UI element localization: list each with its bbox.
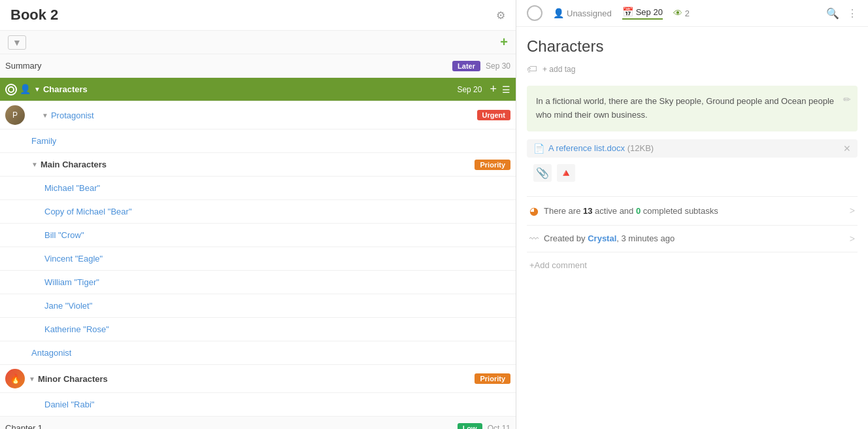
add-tag-button[interactable]: + add tag bbox=[542, 65, 575, 74]
minor-characters-collapse[interactable]: ▼ bbox=[29, 375, 35, 383]
bill-row[interactable]: Bill "Crow" bbox=[0, 224, 516, 247]
toolbar: ▼ + bbox=[0, 31, 516, 54]
task-status-circle[interactable] bbox=[527, 5, 542, 21]
tag-icon: 🏷 bbox=[527, 63, 537, 75]
assignee-section[interactable]: 👤 Unassigned bbox=[553, 8, 612, 18]
activity-text: Created by Crystal, 3 minutes ago bbox=[544, 233, 850, 243]
characters-status-circle[interactable] bbox=[5, 84, 17, 95]
assignee-label: Unassigned bbox=[567, 9, 612, 18]
left-panel: Book 2 ⚙ ▼ + Summary Later Sep 30 bbox=[0, 0, 516, 429]
right-content: Characters 🏷 + add tag In a fictional wo… bbox=[516, 27, 868, 288]
michael-row[interactable]: Michael "Bear" bbox=[0, 177, 516, 200]
right-header: 👤 Unassigned 📅 Sep 20 👁 2 🔍 ⋮ bbox=[516, 0, 868, 27]
main-characters-collapse[interactable]: ▼ bbox=[31, 161, 38, 168]
katherine-label: Katherine "Rose" bbox=[44, 324, 109, 334]
protagonist-collapse[interactable]: ▼ bbox=[42, 112, 48, 119]
task-date: Sep 20 bbox=[636, 7, 663, 17]
assignee-icon: 👤 bbox=[553, 8, 564, 18]
protagonist-badge: Urgent bbox=[477, 110, 510, 120]
attachment-actions: 📎 🔺 bbox=[527, 160, 858, 186]
right-panel: 👤 Unassigned 📅 Sep 20 👁 2 🔍 ⋮ Characters… bbox=[516, 0, 868, 429]
eye-icon: 👁 bbox=[673, 8, 682, 18]
subtask-chart-icon: ◕ bbox=[529, 205, 539, 217]
protagonist-avatar: P bbox=[5, 105, 25, 125]
subtasks-text: There are 13 active and 0 completed subt… bbox=[544, 206, 850, 216]
header-actions: 🔍 ⋮ bbox=[826, 7, 858, 20]
characters-settings-icon[interactable]: ☰ bbox=[502, 84, 510, 95]
vincent-label: Vincent "Eagle" bbox=[44, 254, 103, 264]
characters-group-row[interactable]: 👤 ▼ Characters Sep 20 + ☰ bbox=[0, 78, 516, 101]
characters-collapse-arrow[interactable]: ▼ bbox=[34, 86, 41, 93]
william-label: William "Tiger" bbox=[44, 277, 99, 287]
task-list: Summary Later Sep 30 👤 ▼ Characters Sep bbox=[0, 54, 516, 429]
description-edit-icon[interactable]: ✏ bbox=[843, 92, 851, 107]
activity-row[interactable]: 〰 Created by Crystal, 3 minutes ago > bbox=[527, 225, 858, 252]
svg-point-0 bbox=[8, 87, 14, 92]
attachment-file-icon: 📄 bbox=[533, 143, 544, 154]
subtasks-chevron-icon: > bbox=[850, 205, 855, 216]
more-options-icon[interactable]: ⋮ bbox=[847, 7, 858, 20]
chapter1-date: Oct 11 bbox=[488, 424, 510, 430]
summary-label: Summary bbox=[5, 61, 42, 71]
william-row[interactable]: William "Tiger" bbox=[0, 271, 516, 294]
calendar-icon: 📅 bbox=[622, 7, 633, 17]
bill-label: Bill "Crow" bbox=[44, 230, 84, 240]
jane-row[interactable]: Jane "Violet" bbox=[0, 294, 516, 318]
vincent-row[interactable]: Vincent "Eagle" bbox=[0, 247, 516, 271]
family-row[interactable]: Family bbox=[0, 129, 516, 153]
summary-row[interactable]: Summary Later Sep 30 bbox=[0, 54, 516, 78]
copy-michael-label: Copy of Michael "Bear" bbox=[44, 207, 132, 216]
chapter1-label: Chapter 1 bbox=[5, 423, 42, 429]
filter-icon[interactable]: ▼ bbox=[8, 35, 26, 50]
summary-date: Sep 30 bbox=[486, 61, 510, 71]
attachment-delete-button[interactable]: ✕ bbox=[843, 143, 851, 154]
page-title: Book 2 bbox=[10, 7, 58, 24]
settings-icon[interactable]: ⚙ bbox=[496, 9, 505, 22]
subtasks-row[interactable]: ◕ There are 13 active and 0 completed su… bbox=[527, 196, 858, 225]
watchers-section[interactable]: 👁 2 bbox=[673, 8, 690, 18]
protagonist-row[interactable]: P ▼ Protagonist Urgent bbox=[0, 101, 516, 129]
antagonist-row[interactable]: Antagonist bbox=[0, 341, 516, 365]
characters-date: Sep 20 bbox=[457, 85, 482, 94]
attach-file-button[interactable]: 📎 bbox=[533, 164, 552, 182]
add-comment-button[interactable]: +Add comment bbox=[527, 252, 858, 278]
jane-label: Jane "Violet" bbox=[44, 301, 92, 311]
add-task-button[interactable]: + bbox=[500, 35, 508, 50]
minor-characters-row[interactable]: 🔥 ▼ Minor Characters Priority bbox=[0, 365, 516, 393]
characters-label: Characters bbox=[43, 84, 88, 94]
chapter1-badge: Low bbox=[458, 423, 482, 430]
minor-characters-avatar: 🔥 bbox=[5, 369, 25, 388]
michael-label: Michael "Bear" bbox=[44, 183, 100, 193]
task-title: Characters bbox=[527, 37, 858, 56]
description-box: In a fictional world, there are the Sky … bbox=[527, 86, 858, 131]
attach-drive-button[interactable]: 🔺 bbox=[557, 164, 575, 182]
completed-count: 0 bbox=[636, 206, 641, 216]
katherine-row[interactable]: Katherine "Rose" bbox=[0, 318, 516, 341]
chapter1-row[interactable]: Chapter 1 Low Oct 11 bbox=[0, 417, 516, 429]
daniel-row[interactable]: Daniel "Rabi" bbox=[0, 393, 516, 417]
watchers-count: 2 bbox=[685, 9, 690, 18]
header: Book 2 ⚙ bbox=[0, 0, 516, 31]
main-characters-label: Main Characters bbox=[41, 160, 107, 169]
activity-chevron-icon: > bbox=[850, 233, 855, 244]
summary-badge: Later bbox=[452, 61, 480, 71]
daniel-label: Daniel "Rabi" bbox=[44, 400, 94, 409]
family-label: Family bbox=[31, 136, 56, 146]
minor-characters-label: Minor Characters bbox=[38, 374, 108, 384]
characters-add-icon[interactable]: + bbox=[490, 82, 497, 96]
characters-person-icon: 👤 bbox=[20, 84, 31, 95]
activity-icon: 〰 bbox=[529, 233, 539, 244]
date-section[interactable]: 📅 Sep 20 bbox=[622, 7, 663, 20]
antagonist-label: Antagonist bbox=[31, 348, 71, 358]
main-characters-row[interactable]: ▼ Main Characters Priority bbox=[0, 153, 516, 177]
tags-row: 🏷 + add tag bbox=[527, 63, 858, 75]
description-text: In a fictional world, there are the Sky … bbox=[536, 96, 834, 120]
active-count: 13 bbox=[583, 206, 592, 216]
activity-author: Crystal bbox=[588, 233, 616, 243]
search-icon[interactable]: 🔍 bbox=[826, 7, 839, 20]
minor-characters-badge: Priority bbox=[475, 373, 510, 384]
attachment-row: 📄 A reference list.docx (12KB) ✕ bbox=[527, 139, 858, 158]
attachment-name[interactable]: A reference list.docx (12KB) bbox=[548, 143, 838, 153]
copy-michael-row[interactable]: Copy of Michael "Bear" bbox=[0, 200, 516, 224]
protagonist-label: Protagonist bbox=[51, 111, 94, 120]
